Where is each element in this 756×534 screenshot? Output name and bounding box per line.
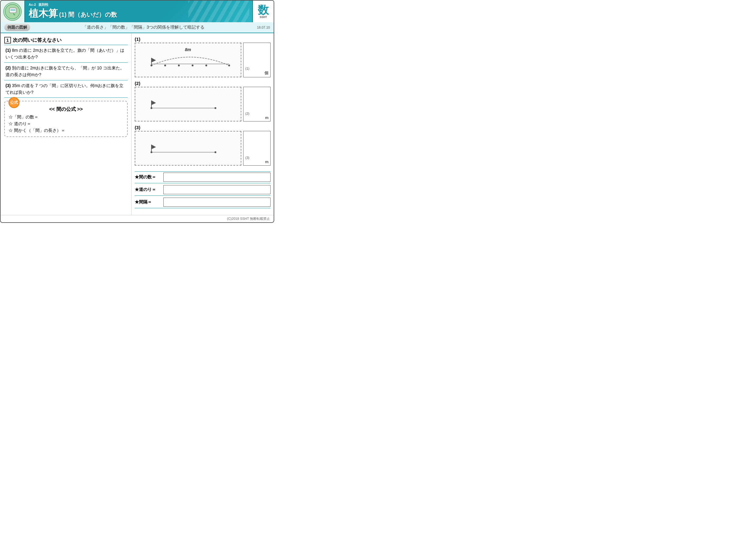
subtitle-label: 例題の図解 — [4, 24, 30, 31]
svg-point-19 — [215, 107, 216, 109]
formula-title: << 間の公式 >> — [9, 106, 123, 113]
answer-box-2: (2) m — [243, 87, 271, 121]
header-category: 規則性 — [39, 2, 48, 7]
answer-unit-3: m — [265, 160, 268, 164]
svg-text:8m: 8m — [185, 47, 191, 52]
diagram-svg-2 — [138, 90, 238, 117]
diagram-row-2: (2) m — [135, 87, 271, 121]
svg-point-24 — [215, 151, 216, 153]
diagram-box-1: 8m — [135, 43, 241, 77]
subtitle-text: 「道の長さ」「間の数」「間隔」3つの関係を理解して暗記する — [34, 25, 253, 30]
mascot-area — [1, 1, 25, 22]
page: Ac-2 規則性 植木算 (1) 間（あいだ）の数 数 SSHT 例題の図解 「… — [0, 0, 274, 223]
svg-point-14 — [228, 64, 230, 66]
svg-point-13 — [205, 64, 207, 66]
fill-input-3[interactable] — [163, 198, 271, 207]
q2-text: 別の道に 2mおきに旗を立てたら、「間」が 10 コ出来た。道の長さは何mか? — [6, 65, 124, 77]
svg-marker-8 — [151, 58, 156, 63]
header-title-area: Ac-2 規則性 植木算 (1) 間（あいだ）の数 — [25, 1, 252, 22]
diagram-box-3 — [135, 131, 241, 165]
answer-box-1: (1) 個 — [243, 43, 271, 77]
formula-section: 公式 << 間の公式 >> ☆「間」の数＝ ☆ 道のり＝ ☆ 間かく（「間」の長… — [4, 101, 128, 137]
formula-item-1: ☆「間」の数＝ — [9, 114, 123, 120]
svg-point-10 — [164, 64, 166, 66]
formula-fill-section: ★間の数＝ ★道のり＝ ★間隔＝ — [135, 168, 271, 213]
header-badge: 数 SSHT — [252, 1, 274, 22]
fill-input-2[interactable] — [163, 185, 271, 194]
section-num: 1 — [4, 37, 11, 43]
svg-marker-21 — [151, 145, 156, 149]
svg-point-9 — [150, 64, 152, 66]
answer-unit-1: 個 — [264, 70, 268, 76]
footer-copyright: (C)2018 SSHT 無断転載禁止 — [227, 217, 270, 220]
header-main-title: 植木算 (1) 間（あいだ）の数 — [29, 7, 249, 20]
header-code: Ac-2 — [29, 3, 36, 6]
right-panel: (1) 8m — [132, 33, 274, 215]
section-title-text: 次の問いに答えなさい — [13, 37, 62, 43]
fill-input-1[interactable] — [163, 173, 271, 182]
title-sub: (1) 間（あいだ）の数 — [59, 11, 117, 19]
fill-label-2: ★道のり＝ — [135, 187, 162, 192]
diagram-row-1: 8m — [135, 43, 271, 77]
diagram-box-2 — [135, 87, 241, 121]
answer-label-1: (1) — [245, 67, 249, 70]
svg-point-18 — [150, 107, 152, 109]
mascot-svg — [5, 4, 20, 19]
q3-num: (3) — [6, 83, 11, 88]
svg-marker-16 — [151, 100, 156, 105]
left-panel: 1 次の問いに答えなさい (1) 8m の道に 2mおきに旗を立てた。旗の「間（… — [1, 33, 132, 215]
svg-point-11 — [178, 64, 180, 66]
formula-fill-row-2: ★道のり＝ — [135, 185, 271, 196]
main-content: 1 次の問いに答えなさい (1) 8m の道に 2mおきに旗を立てた。旗の「間（… — [1, 33, 274, 215]
subtitle-date: 18.07.10 — [257, 26, 270, 29]
question-1: (1) 8m の道に 2mおきに旗を立てた。旗の「間（あいだ）」はいくつ出来るか… — [4, 45, 128, 63]
diagram-svg-1: 8m — [138, 46, 238, 73]
section-title: 1 次の問いに答えなさい — [4, 36, 128, 45]
formula-item-3: ☆ 間かく（「間」の長さ）＝ — [9, 127, 123, 134]
diagram-row-3: (3) m — [135, 131, 271, 165]
badge-text: SSHT — [259, 15, 267, 18]
answer-label-2: (2) — [245, 112, 249, 115]
answer-box-3: (3) m — [243, 131, 271, 165]
diagram-section-1: (1) 8m — [135, 36, 271, 77]
q1-num: (1) — [6, 48, 11, 53]
divider-1 — [135, 171, 271, 172]
diagram-section-3: (3) — [135, 124, 271, 165]
question-2: (2) 別の道に 2mおきに旗を立てたら、「間」が 10 コ出来た。道の長さは何… — [4, 63, 128, 80]
diagram-svg-3 — [138, 134, 238, 161]
formula-fill-row-3: ★間隔＝ — [135, 198, 271, 208]
diagram-label-3: (3) — [135, 124, 271, 131]
formula-fill-row-1: ★間の数＝ — [135, 173, 271, 183]
question-3: (3) 35m の道を 7 つの「間」に区切りたい。何mおきに旗を立てれば良いか… — [4, 80, 128, 98]
mascot-icon — [3, 2, 22, 21]
answer-unit-2: m — [265, 115, 268, 120]
header: Ac-2 規則性 植木算 (1) 間（あいだ）の数 数 SSHT — [1, 1, 274, 22]
title-main: 植木算 — [29, 7, 58, 20]
diagram-section-2: (2) — [135, 80, 271, 121]
svg-point-12 — [192, 64, 194, 66]
q1-text: 8m の道に 2mおきに旗を立てた。旗の「間（あいだ）」はいくつ出来るか? — [6, 48, 124, 59]
q3-text: 35m の道を 7 つの「間」に区切りたい。何mおきに旗を立てれば良いか? — [6, 83, 123, 95]
footer: (C)2018 SSHT 無断転載禁止 — [1, 215, 274, 222]
q2-num: (2) — [6, 65, 11, 70]
svg-rect-1 — [10, 8, 16, 13]
fill-label-3: ★間隔＝ — [135, 199, 162, 205]
svg-point-23 — [150, 151, 152, 153]
diagram-label-1: (1) — [135, 36, 271, 43]
diagram-label-2: (2) — [135, 80, 271, 87]
subtitle-bar: 例題の図解 「道の長さ」「間の数」「間隔」3つの関係を理解して暗記する 18.0… — [1, 22, 274, 33]
badge-kanji: 数 — [258, 5, 269, 15]
fill-label-1: ★間の数＝ — [135, 174, 162, 180]
answer-label-3: (3) — [245, 156, 249, 160]
formula-item-2: ☆ 道のり＝ — [9, 120, 123, 127]
